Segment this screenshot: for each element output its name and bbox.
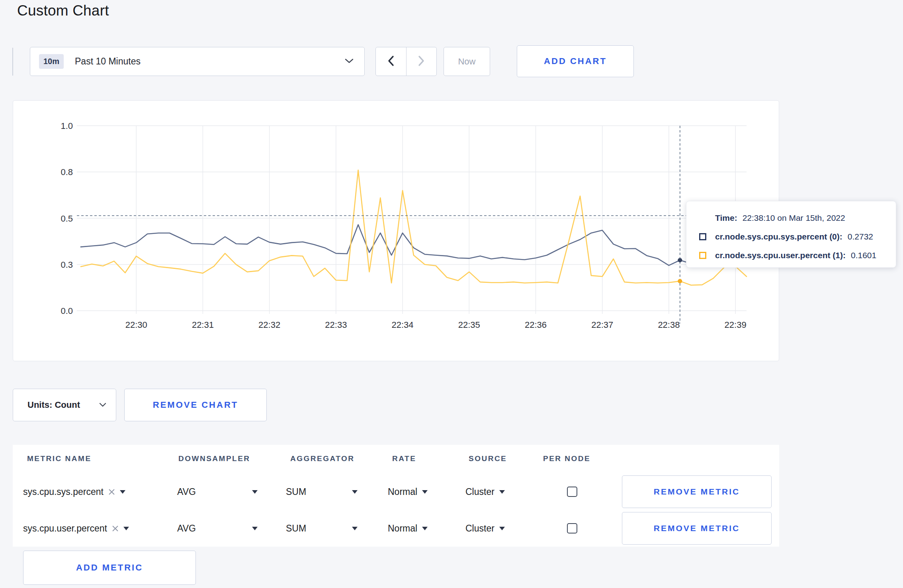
per-node-cell (567, 510, 577, 547)
column-header-metric-name: METRIC NAME (27, 454, 92, 463)
units-label: Units: Count (27, 400, 80, 410)
time-range-badge: 10m (39, 54, 64, 69)
aggregator-value: SUM (286, 487, 306, 497)
tooltip-series-value: 0.1601 (851, 251, 876, 260)
source-select[interactable]: Cluster (465, 473, 505, 510)
y-axis-tick-label: 0.3 (61, 260, 73, 270)
remove-metric-button[interactable]: REMOVE METRIC (622, 512, 772, 545)
x-axis-tick-label: 22:37 (591, 320, 613, 330)
source-value: Cluster (465, 523, 494, 534)
chart-hover-tooltip: Time: 22:38:10 on Mar 15th, 2022 cr.node… (686, 201, 896, 268)
time-range-dropdown[interactable]: 10m Past 10 Minutes (30, 47, 365, 76)
rate-value: Normal (388, 523, 417, 534)
select-caret-icon (352, 527, 358, 530)
time-step-group (375, 47, 437, 76)
aggregator-select[interactable]: SUM (286, 473, 358, 510)
column-header-downsampler: DOWNSAMPLER (178, 454, 250, 463)
chart-card: 0.00.30.50.81.022:3022:3122:3222:3322:34… (13, 100, 779, 361)
select-caret-icon (499, 490, 505, 494)
select-caret-icon (252, 527, 258, 530)
x-axis-tick-label: 22:34 (392, 320, 414, 330)
metric-name-value: sys.cpu.sys.percent (23, 487, 104, 497)
downsampler-select[interactable]: AVG (177, 510, 258, 547)
chevron-down-icon (99, 401, 106, 409)
x-axis-tick-label: 22:38 (658, 320, 680, 330)
downsampler-value: AVG (177, 523, 196, 534)
tooltip-time-label: Time: (715, 213, 737, 223)
remove-metric-button[interactable]: REMOVE METRIC (622, 475, 772, 508)
x-axis-tick-label: 22:32 (258, 320, 280, 330)
clear-metric-x-icon[interactable] (112, 525, 119, 532)
metric-name-select[interactable]: sys.cpu.user.percent (23, 510, 129, 547)
aggregator-select[interactable]: SUM (286, 510, 358, 547)
metrics-table-header: METRIC NAMEDOWNSAMPLERAGGREGATORRATESOUR… (13, 445, 779, 473)
clear-metric-x-icon[interactable] (108, 489, 115, 495)
select-caret-icon (499, 527, 505, 530)
column-header-source: SOURCE (469, 454, 507, 463)
y-axis-tick-label: 0.0 (61, 306, 73, 316)
metric-row: sys.cpu.sys.percentAVGSUMNormalClusterRE… (13, 473, 779, 510)
series-swatch-icon (699, 233, 706, 240)
units-dropdown[interactable]: Units: Count (13, 389, 116, 421)
add-chart-button[interactable]: ADD CHART (517, 45, 634, 77)
series-line-cr.node.sys.cpu.user.percent (81, 170, 747, 285)
per-node-cell (567, 473, 577, 510)
y-axis-tick-label: 0.8 (61, 167, 73, 177)
downsampler-value: AVG (177, 487, 196, 497)
metric-name-value: sys.cpu.user.percent (23, 523, 107, 534)
hover-marker (678, 258, 682, 262)
tooltip-series-row: cr.node.sys.cpu.sys.percent (0):0.2732 (699, 227, 885, 246)
tooltip-time-value: 22:38:10 on Mar 15th, 2022 (743, 213, 845, 223)
x-axis-tick-label: 22:30 (125, 320, 147, 330)
chevron-left-icon (387, 55, 395, 68)
select-caret-icon (352, 490, 358, 494)
time-step-forward-button[interactable] (407, 47, 437, 76)
tooltip-series-value: 0.2732 (848, 232, 873, 241)
tooltip-series-name: cr.node.sys.cpu.sys.percent (0): (715, 232, 842, 241)
remove-chart-button[interactable]: REMOVE CHART (124, 389, 267, 421)
series-swatch-icon (699, 252, 706, 259)
per-node-checkbox[interactable] (567, 523, 577, 533)
metric-row: sys.cpu.user.percentAVGSUMNormalClusterR… (13, 510, 779, 547)
series-line-cr.node.sys.cpu.sys.percent (81, 225, 747, 265)
column-header-rate: RATE (392, 454, 416, 463)
metric-name-select[interactable]: sys.cpu.sys.percent (23, 473, 125, 510)
tooltip-time-row: Time: 22:38:10 on Mar 15th, 2022 (699, 208, 885, 227)
select-caret-icon (123, 527, 129, 530)
y-axis-tick-label: 1.0 (61, 121, 73, 131)
select-caret-icon (120, 490, 125, 494)
column-header-per-node: PER NODE (543, 454, 590, 463)
select-caret-icon (252, 490, 258, 494)
page-title: Custom Chart (17, 2, 109, 19)
time-step-back-button[interactable] (376, 47, 407, 76)
x-axis-tick-label: 22:36 (525, 320, 547, 330)
add-metric-button[interactable]: ADD METRIC (23, 551, 196, 585)
rate-value: Normal (388, 487, 417, 497)
chevron-down-icon (344, 58, 354, 65)
chevron-right-icon (418, 55, 425, 68)
x-axis-tick-label: 22:35 (458, 320, 480, 330)
toolbar-left-divider (12, 48, 13, 76)
x-axis-tick-label: 22:39 (725, 320, 747, 330)
tooltip-series-row: cr.node.sys.cpu.user.percent (1):0.1601 (699, 246, 885, 265)
tooltip-series-name: cr.node.sys.cpu.user.percent (1): (715, 251, 846, 260)
source-value: Cluster (465, 487, 494, 497)
select-caret-icon (422, 490, 428, 494)
downsampler-select[interactable]: AVG (177, 473, 258, 510)
per-node-checkbox[interactable] (567, 487, 577, 497)
column-header-aggregator: AGGREGATOR (290, 454, 355, 463)
select-caret-icon (422, 527, 428, 530)
x-axis-tick-label: 22:33 (325, 320, 347, 330)
now-button[interactable]: Now (444, 47, 490, 76)
rate-select[interactable]: Normal (388, 473, 428, 510)
metrics-table: METRIC NAMEDOWNSAMPLERAGGREGATORRATESOUR… (13, 445, 779, 547)
chart-canvas[interactable]: 0.00.30.50.81.022:3022:3122:3222:3322:34… (13, 101, 780, 362)
source-select[interactable]: Cluster (465, 510, 505, 547)
x-axis-tick-label: 22:31 (192, 320, 214, 330)
y-axis-tick-label: 0.5 (61, 214, 73, 224)
rate-select[interactable]: Normal (388, 510, 428, 547)
time-range-label: Past 10 Minutes (75, 56, 141, 67)
aggregator-value: SUM (286, 523, 306, 534)
hover-marker (678, 279, 682, 283)
